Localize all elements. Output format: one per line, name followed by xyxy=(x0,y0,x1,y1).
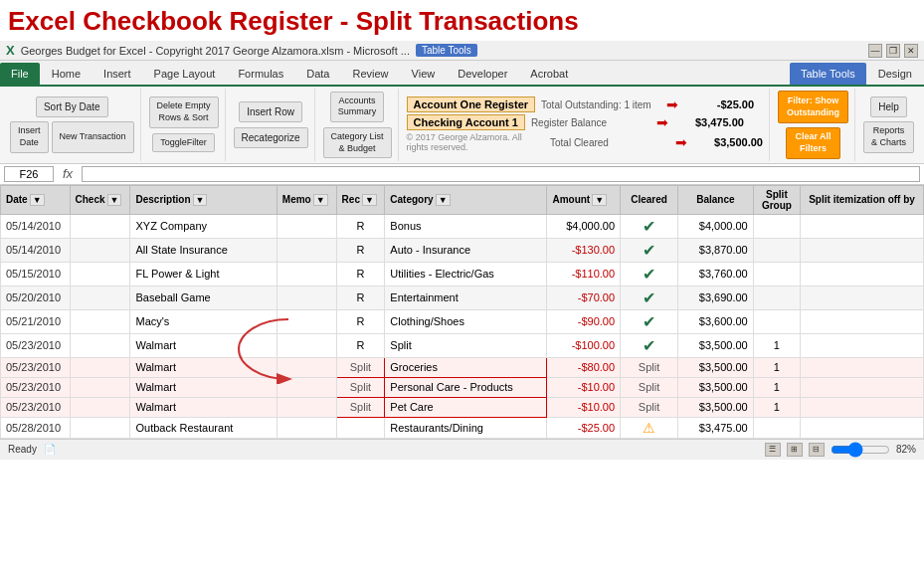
cell-rec: R xyxy=(336,262,385,286)
rec-r: R xyxy=(356,315,364,327)
category-list-button[interactable]: Category List& Budget xyxy=(323,127,392,158)
ribbon-tabs: File Home Insert Page Layout Formulas Da… xyxy=(0,61,924,87)
restore-button[interactable]: ❐ xyxy=(886,44,900,58)
insert-date-button[interactable]: InsertDate xyxy=(10,121,49,152)
cell-check xyxy=(70,262,130,286)
insert-row-button[interactable]: Insert Row xyxy=(239,101,302,122)
cell-check xyxy=(70,238,130,262)
rec-r: R xyxy=(356,220,364,232)
cell-rec xyxy=(336,417,385,438)
cell-memo xyxy=(277,377,336,397)
cell-rec: Split xyxy=(336,397,385,417)
cell-rec: R xyxy=(336,309,385,333)
cell-cleared: ⚠ xyxy=(621,417,678,438)
rec-filter-icon[interactable]: ▼ xyxy=(362,194,377,206)
normal-view-button[interactable]: ☰ xyxy=(765,443,781,457)
status-bar: Ready 📄 ☰ ⊞ ⊟ 82% xyxy=(0,439,924,460)
cell-amount: -$70.00 xyxy=(547,286,621,309)
new-transaction-button[interactable]: New Transaction xyxy=(52,121,134,152)
rec-split: Split xyxy=(350,381,371,393)
window-controls[interactable]: — ❐ ✕ xyxy=(868,44,918,58)
header-memo: Memo ▼ xyxy=(277,185,336,214)
date-filter-icon[interactable]: ▼ xyxy=(30,194,45,206)
memo-filter-icon[interactable]: ▼ xyxy=(313,194,328,206)
header-balance: Balance xyxy=(677,185,753,214)
window-chrome-left: X Georges Budget for Excel - Copyright 2… xyxy=(6,43,477,58)
tab-home[interactable]: Home xyxy=(41,63,92,85)
help-button[interactable]: Help xyxy=(870,96,907,117)
delete-empty-button[interactable]: Delete EmptyRows & Sort xyxy=(149,96,219,127)
cell-amount: -$100.00 xyxy=(547,333,621,357)
rec-split: Split xyxy=(350,401,371,413)
cell-cleared: ✔ xyxy=(621,214,678,238)
delete-group: Delete EmptyRows & Sort ToggleFilter xyxy=(143,89,226,161)
cell-amount: $4,000.00 xyxy=(547,214,621,238)
cell-split-item xyxy=(801,333,924,357)
cell-cat: Bonus xyxy=(385,214,547,238)
cell-check xyxy=(70,357,130,377)
toggle-filter-button[interactable]: ToggleFilter xyxy=(152,133,215,153)
cell-reference-input[interactable] xyxy=(4,166,54,182)
cell-desc: Baseball Game xyxy=(130,286,277,309)
warning-icon: ⚠ xyxy=(643,420,655,436)
recategorize-button[interactable]: Recategorize xyxy=(234,127,308,148)
tab-acrobat[interactable]: Acrobat xyxy=(519,63,579,85)
header-description: Description ▼ xyxy=(130,185,277,214)
cell-date: 05/23/2010 xyxy=(1,377,71,397)
clear-all-filters-button[interactable]: Clear AllFilters xyxy=(786,127,839,158)
register-balance-arrow: ➡ xyxy=(656,114,668,130)
cell-cat: Utilities - Electric/Gas xyxy=(385,262,547,286)
rec-r: R xyxy=(356,339,364,351)
amount-filter-icon[interactable]: ▼ xyxy=(592,194,607,206)
window-title: Georges Budget for Excel - Copyright 201… xyxy=(21,45,410,57)
cleared-check-icon: ✔ xyxy=(643,218,655,235)
tab-data[interactable]: Data xyxy=(295,63,340,85)
zoom-slider[interactable] xyxy=(831,442,890,458)
cell-amount: -$80.00 xyxy=(547,357,621,377)
ribbon-area: Sort By Date InsertDate New Transaction … xyxy=(0,87,924,164)
check-filter-icon[interactable]: ▼ xyxy=(107,194,122,206)
page-layout-view-button[interactable]: ⊞ xyxy=(787,443,803,457)
table-row: 05/15/2010 FL Power & Light R Utilities … xyxy=(1,262,924,286)
spreadsheet-container: Date ▼ Check ▼ Description ▼ Memo ▼ Rec … xyxy=(0,185,924,439)
header-rec: Rec ▼ xyxy=(336,185,385,214)
copyright-row: © 2017 George Alzamora. All rights reser… xyxy=(407,131,763,153)
table-row: 05/28/2010 Outback Restaurant Restaurant… xyxy=(1,417,924,438)
tab-review[interactable]: Review xyxy=(341,63,399,85)
reports-charts-button[interactable]: Reports& Charts xyxy=(863,121,914,152)
account-register-name: Account One Register xyxy=(407,96,536,112)
tab-file[interactable]: File xyxy=(0,63,40,85)
formula-input[interactable] xyxy=(82,166,920,182)
cell-cat: Clothing/Shoes xyxy=(385,309,547,333)
cell-amount: -$10.00 xyxy=(547,397,621,417)
window-chrome: X Georges Budget for Excel - Copyright 2… xyxy=(0,41,924,61)
cell-date: 05/21/2010 xyxy=(1,309,71,333)
cell-date: 05/23/2010 xyxy=(1,397,71,417)
tab-insert[interactable]: Insert xyxy=(92,63,142,85)
page-break-view-button[interactable]: ⊟ xyxy=(809,443,825,457)
cell-rec: R xyxy=(336,214,385,238)
tab-page-layout[interactable]: Page Layout xyxy=(143,63,227,85)
accounts-summary-button[interactable]: AccountsSummary xyxy=(330,92,385,122)
tab-developer[interactable]: Developer xyxy=(447,63,518,85)
close-button[interactable]: ✕ xyxy=(904,44,918,58)
tab-view[interactable]: View xyxy=(401,63,447,85)
sort-group: Sort By Date InsertDate New Transaction xyxy=(4,89,141,161)
minimize-button[interactable]: — xyxy=(868,44,882,58)
tab-formulas[interactable]: Formulas xyxy=(227,63,294,85)
cat-filter-icon[interactable]: ▼ xyxy=(436,194,451,206)
cell-cleared: Split xyxy=(621,377,678,397)
cell-amount: -$10.00 xyxy=(547,377,621,397)
desc-filter-icon[interactable]: ▼ xyxy=(193,194,208,206)
sort-by-date-button[interactable]: Sort By Date xyxy=(36,96,108,117)
cell-check xyxy=(70,417,130,438)
filter-buttons-group: Filter: ShowOutstanding Clear AllFilters xyxy=(772,89,855,161)
tab-design[interactable]: Design xyxy=(867,63,923,85)
filter-show-outstanding-button[interactable]: Filter: ShowOutstanding xyxy=(778,91,848,123)
cell-date: 05/15/2010 xyxy=(1,262,71,286)
cell-cleared: Split xyxy=(621,397,678,417)
spreadsheet-body: 05/14/2010 XYZ Company R Bonus $4,000.00… xyxy=(1,214,924,438)
cell-cat: Split xyxy=(385,333,547,357)
cell-split-group xyxy=(753,214,800,238)
cell-date: 05/23/2010 xyxy=(1,357,71,377)
